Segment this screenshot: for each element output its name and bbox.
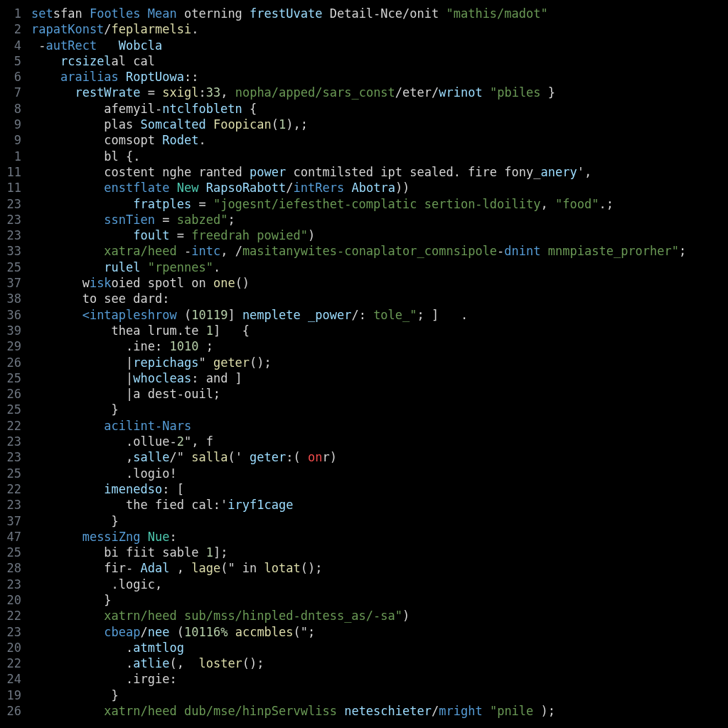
token-kw: isk (90, 276, 112, 290)
token-pun: / (104, 22, 111, 36)
token-pun: . (191, 22, 198, 36)
code-line[interactable]: xatra/heed -intc, /masitanywites-conapla… (31, 243, 728, 259)
code-line[interactable]: messiZng Nue: (31, 529, 728, 545)
token-kw: set (31, 6, 53, 21)
token-fn: restWrate (75, 85, 140, 100)
token-pun: .; (599, 197, 613, 211)
token-fn: salle (133, 450, 169, 464)
token-pun: Detail-Nce/onit (322, 6, 446, 21)
line-number: 25 (0, 402, 21, 417)
token-pun: / (432, 704, 439, 718)
token-pun (31, 181, 104, 195)
token-pun (483, 85, 490, 100)
token-num: 2 (177, 434, 184, 449)
code-line[interactable]: } (31, 592, 728, 608)
code-line[interactable]: |repichags" geter(); (31, 355, 728, 370)
code-line[interactable]: <intapleshrow (10119] nemplete _power/: … (31, 307, 728, 323)
code-line[interactable]: xatrn/heed sub/mss/hinpled-dntess_as/-sa… (31, 608, 728, 623)
token-pun: . (31, 641, 133, 655)
code-line[interactable]: to see dard: (31, 291, 728, 306)
code-area[interactable]: setsfan Footles Mean oterning frestUvate… (31, 6, 728, 728)
code-line[interactable]: ssnTien = sabzed"; (31, 212, 728, 228)
token-fnY: loster (198, 656, 242, 670)
token-pun: ( (272, 117, 279, 132)
line-number: 47 (0, 529, 21, 545)
token-pun: , (31, 450, 133, 464)
line-number: 23 (0, 196, 21, 212)
line-number: 20 (0, 592, 21, 608)
token-pun: (); (301, 561, 323, 575)
code-line[interactable]: fratples = "jogesnt/iefesthet-complatic … (31, 196, 728, 212)
token-str: "rpennes" (148, 260, 213, 274)
code-line[interactable]: -autRect Wobcla (31, 38, 728, 53)
token-pun: /: (351, 308, 373, 322)
code-line[interactable]: enstflate New RapsoRabott/intRers Abotra… (31, 180, 728, 196)
token-kw: <intapleshrow (82, 308, 177, 322)
code-line[interactable]: foult = freedrah powied") (31, 228, 728, 243)
token-pun: , (220, 85, 235, 100)
line-number: 25 (0, 545, 21, 560)
token-fn: RoptUowa (126, 70, 184, 84)
line-number: 38 (0, 291, 21, 306)
token-pun: .logic, (31, 577, 162, 592)
code-line[interactable]: rcsizelal cal (31, 53, 728, 69)
code-line[interactable]: } (31, 402, 728, 417)
token-pun: ( (177, 308, 191, 322)
code-line[interactable]: costent nghe ranted power contmilsted ip… (31, 164, 728, 180)
token-pun: .ollue- (31, 434, 177, 449)
code-line[interactable]: .logic, (31, 577, 728, 592)
code-line[interactable]: .logio! (31, 466, 728, 481)
code-line[interactable]: .ollue-2", f (31, 434, 728, 449)
token-pun: thea lrum.te (31, 323, 206, 338)
code-line[interactable]: plas Somcalted Foopican(1),; (31, 117, 728, 132)
token-pun (31, 260, 104, 274)
code-line[interactable]: imenedso: [ (31, 481, 728, 497)
token-str: "food" (555, 197, 599, 211)
code-line[interactable]: the fied cal:'iryf1cage (31, 497, 728, 513)
token-pun (31, 609, 104, 623)
code-line[interactable]: } (31, 513, 728, 529)
code-line[interactable]: |a dest-ouil; (31, 386, 728, 402)
token-str: mnmpiaste_prorher" (548, 244, 679, 258)
code-line[interactable]: thea lrum.te 1] { (31, 323, 728, 338)
token-kw: messiZng (82, 530, 141, 544)
token-pun: = (191, 197, 213, 211)
token-str: nopha/apped/sars_const (235, 85, 395, 100)
code-line[interactable]: wiskoied spotl on one() (31, 275, 728, 291)
code-line[interactable]: cbeap/nee (10116% accmbles("; (31, 624, 728, 640)
token-num: 1010 (169, 339, 198, 353)
code-line[interactable]: .atlie(, loster(); (31, 655, 728, 671)
code-line[interactable]: acilint-Nars (31, 418, 728, 434)
code-line[interactable]: comsopt Rodet. (31, 132, 728, 148)
code-line[interactable]: bi fiit sable 1]; (31, 545, 728, 560)
code-line[interactable]: restWrate = sxigl:33, nopha/apped/sars_c… (31, 85, 728, 100)
code-line[interactable]: xatrn/heed dub/mse/hinpServwliss netesch… (31, 703, 728, 719)
code-line[interactable]: .irgie: (31, 671, 728, 687)
code-line[interactable]: |whocleas: and ] (31, 370, 728, 386)
token-fn: Abotra (351, 181, 395, 195)
line-number: 33 (0, 243, 21, 259)
code-line[interactable]: } (31, 687, 728, 703)
code-line[interactable]: .ine: 1010 ; (31, 338, 728, 354)
token-fn: fratples (133, 197, 191, 211)
code-line[interactable]: rapatKonst/feplarmelsi. (31, 21, 728, 37)
code-line[interactable]: ,salle/" salla(' geter:( onr) (31, 449, 728, 465)
code-line[interactable]: bl {. (31, 149, 728, 164)
line-number: 26 (0, 355, 21, 370)
token-fnY: lage (191, 561, 220, 575)
line-number: 23 (0, 434, 21, 449)
code-editor[interactable]: 1245678991111123232333253738363929262526… (0, 0, 728, 728)
code-line[interactable]: rulel "rpennes". (31, 259, 728, 275)
code-line[interactable]: fir- Adal , lage(" in lotat(); (31, 560, 728, 576)
code-line[interactable]: arailias RoptUowa:: (31, 69, 728, 85)
token-pun: the fied cal:' (31, 498, 228, 512)
line-number: 25 (0, 259, 21, 275)
line-number: 37 (0, 275, 21, 291)
code-line[interactable]: afemyil-ntclfobletn { (31, 101, 728, 117)
token-pun: ] { (213, 323, 250, 338)
token-pun (169, 181, 176, 195)
code-line[interactable]: setsfan Footles Mean oterning frestUvate… (31, 6, 728, 21)
code-line[interactable]: .atmtlog (31, 640, 728, 655)
line-number: 2 (0, 21, 21, 37)
token-num: 33 (206, 85, 220, 100)
